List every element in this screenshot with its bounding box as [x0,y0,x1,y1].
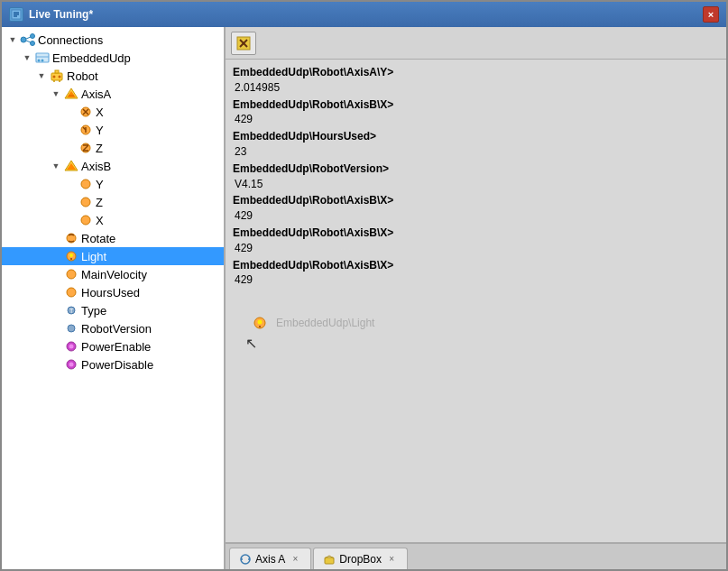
svg-point-58 [241,558,243,560]
log-entry-3: EmbeddedUdp\RobotVersion> V4.15 [233,161,719,192]
svg-point-45 [68,325,75,332]
svg-rect-14 [55,70,59,73]
svg-point-55 [258,320,263,325]
bottom-tabs: Axis A × DropBox × [226,542,726,569]
svg-point-47 [69,345,74,349]
mainvelocity-label: MainVelocity [81,268,220,281]
log-path-5: EmbeddedUdp\Robot\AxisB\X> [233,226,719,241]
axisb-y-label: Y [96,178,220,191]
log-value-6: 429 [235,272,719,288]
axisb-y-icon [78,177,94,191]
log-value-5: 429 [235,241,719,256]
tree-item-axisb-x[interactable]: X [2,211,224,229]
tab-axis-a-label: Axis A [255,553,285,566]
axisb-label: AxisB [81,160,220,173]
light-icon [63,249,79,263]
log-value-3: V4.15 [235,177,719,192]
tree-panel: ▼ Connections ▼ [2,27,226,569]
axisb-x-label: X [96,214,220,227]
log-value-4: 429 [235,208,719,224]
tree-item-powerenable[interactable]: PowerEnable [2,337,224,355]
log-path-6: EmbeddedUdp\Robot\AxisB\X> [233,258,719,273]
axisa-x-label: X [96,106,220,119]
svg-point-59 [248,558,250,560]
right-panel: EmbeddedUdp\Robot\AxisA\Y> 2.014985 Embe… [226,27,726,569]
axisb-icon [63,159,79,173]
svg-point-16 [59,76,61,78]
clear-button[interactable] [231,32,256,55]
rotate-icon [63,231,79,245]
connections-label: Connections [38,33,220,47]
tree-item-powerdisable[interactable]: PowerDisable [2,355,224,373]
drag-drop-container: EmbeddedUdp\Light [251,315,374,331]
tree-item-axisa[interactable]: ▼ AxisA [2,85,224,103]
robotversion-icon [63,321,79,336]
log-entry-5: EmbeddedUdp\Robot\AxisB\X> 429 [233,226,719,256]
window-icon [9,7,23,22]
tree-item-axisa-y[interactable]: Y [2,121,224,139]
log-value-1: 429 [235,112,719,127]
log-value-0: 2.014985 [235,80,719,96]
tree-item-axisb[interactable]: ▼ AxisB [2,157,224,175]
log-path-2: EmbeddedUdp\HoursUsed> [233,129,719,144]
axisa-y-icon [78,123,94,137]
tree-item-connections[interactable]: ▼ Connections [2,31,224,49]
axisa-x-icon [78,105,94,119]
tree-item-axisb-z[interactable]: Z [2,193,224,211]
robot-icon [49,69,65,83]
powerenable-label: PowerEnable [81,340,220,354]
right-content: EmbeddedUdp\Robot\AxisA\Y> 2.014985 Embe… [226,60,726,542]
log-entry-6: EmbeddedUdp\Robot\AxisB\X> 429 [233,258,719,289]
toggle-axisb[interactable]: ▼ [49,159,63,173]
toggle-robot[interactable]: ▼ [34,69,49,83]
svg-point-36 [81,216,90,225]
axisa-z-label: Z [96,142,220,155]
svg-point-35 [81,198,90,207]
toggle-embeddedudp[interactable]: ▼ [20,51,34,65]
main-content: ▼ Connections ▼ [2,27,726,569]
toggle-connections[interactable]: ▼ [5,32,20,47]
tree-item-hoursused[interactable]: HoursUsed [2,283,224,301]
tab-axis-a[interactable]: Axis A × [229,548,311,569]
robot-label: Robot [67,69,220,83]
tree-item-robot[interactable]: ▼ Robot [2,67,224,85]
tree-item-mainvelocity[interactable]: MainVelocity [2,265,224,283]
tab-dropbox[interactable]: DropBox × [313,548,408,569]
log-path-3: EmbeddedUdp\RobotVersion> [233,161,719,177]
svg-line-7 [26,37,31,39]
window-title: Live Tuning* [29,8,697,21]
tree-item-rotate[interactable]: Rotate [2,229,224,247]
log-path-0: EmbeddedUdp\Robot\AxisA\Y> [233,65,719,80]
tree-item-robotversion[interactable]: RobotVersion [2,319,224,337]
drag-drop-label: EmbeddedUdp\Light [276,317,374,329]
embeddedudp-icon [34,51,51,65]
robotversion-label: RobotVersion [81,322,220,336]
powerdisable-label: PowerDisable [81,358,220,372]
tree-item-axisb-y[interactable]: Y [2,175,224,193]
tree-item-embeddedudp[interactable]: ▼ EmbeddedUdp [2,49,224,67]
light-label: Light [81,250,220,263]
tab-axis-a-icon [239,553,252,566]
svg-point-34 [81,180,90,189]
tab-dropbox-close[interactable]: × [385,553,398,566]
log-entry-2: EmbeddedUdp\HoursUsed> 23 [233,129,719,160]
hoursused-icon [63,285,79,299]
svg-point-49 [69,363,74,367]
log-entry-0: EmbeddedUdp\Robot\AxisA\Y> 2.014985 [233,65,719,96]
drag-area: EmbeddedUdp\Light ↖ [233,297,719,405]
embeddedudp-label: EmbeddedUdp [52,51,220,65]
close-button[interactable]: × [703,6,719,23]
powerenable-icon [63,339,79,354]
svg-point-4 [21,37,26,42]
axisa-label: AxisA [81,87,220,101]
powerdisable-icon [63,357,79,372]
tree-item-light[interactable]: Light [2,247,224,265]
right-toolbar [226,27,726,60]
hoursused-label: HoursUsed [81,286,220,299]
tree-item-type[interactable]: T Type [2,301,224,319]
toggle-axisa[interactable]: ▼ [49,87,63,101]
svg-point-15 [53,76,56,78]
tab-axis-a-close[interactable]: × [289,553,301,566]
tree-item-axisa-z[interactable]: Z [2,139,224,157]
tree-item-axisa-x[interactable]: X [2,103,224,121]
